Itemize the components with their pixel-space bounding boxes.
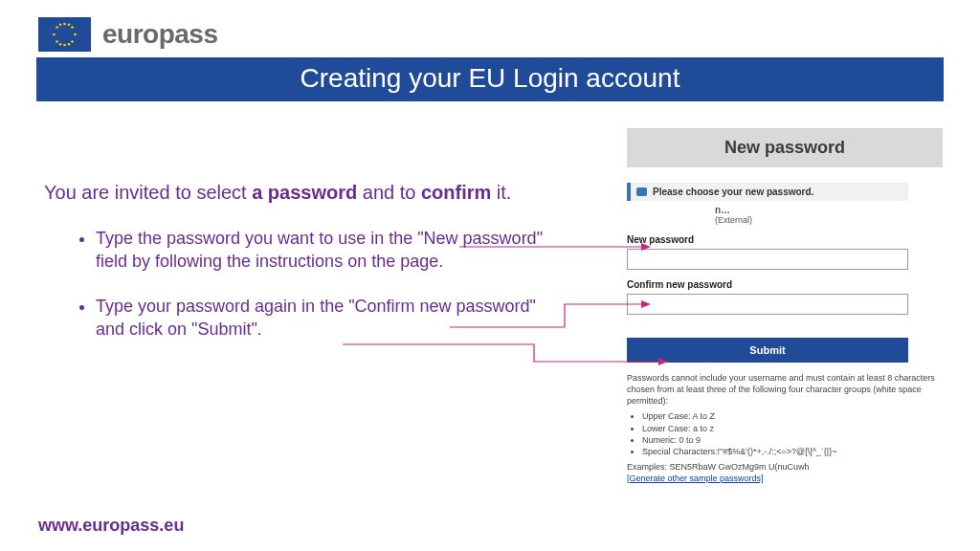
svg-point-1: [63, 44, 66, 47]
svg-point-11: [68, 43, 71, 46]
intro-post: it.: [491, 182, 511, 203]
svg-point-6: [56, 40, 58, 43]
rules-intro: Passwords cannot include your username a…: [627, 372, 937, 407]
new-password-input[interactable]: [627, 249, 908, 270]
svg-point-2: [53, 33, 56, 36]
intro-pre: You are invited to select: [44, 182, 252, 203]
intro-line: You are invited to select a password and…: [44, 182, 609, 204]
submit-button[interactable]: Submit: [627, 338, 908, 363]
banner-text: Please choose your new password.: [653, 187, 813, 197]
intro-bold2: confirm: [421, 182, 491, 203]
rules-examples: Examples: SEN5RbaW GwOzMg9m U(nuCuwh: [627, 461, 937, 473]
brand-text: europass: [102, 19, 218, 50]
instructions: You are invited to select a password and…: [44, 182, 609, 362]
user-name-short: n…: [715, 205, 943, 215]
svg-point-8: [59, 24, 62, 27]
bullet-list: Type the password you want to use in the…: [96, 227, 609, 341]
rule-item: Special Characters:!"#$%&'()*+,-./:;<=>?…: [642, 446, 937, 457]
header: europass: [0, 0, 980, 57]
eu-flag-icon: [38, 17, 91, 52]
confirm-password-field: Confirm new password: [627, 279, 908, 315]
rule-item: Lower Case: a to z: [642, 423, 937, 434]
svg-point-9: [68, 24, 71, 27]
generate-passwords-link[interactable]: [Generate other sample passwords]: [627, 474, 764, 483]
intro-mid: and to: [357, 182, 421, 203]
svg-point-3: [74, 33, 77, 36]
intro-bold1: a password: [252, 182, 357, 203]
new-password-label: New password: [627, 234, 908, 245]
page-title: Creating your EU Login account: [36, 57, 944, 101]
new-password-field: New password: [627, 234, 908, 270]
list-item: Type the password you want to use in the…: [96, 227, 609, 274]
password-rules: Passwords cannot include your username a…: [627, 372, 937, 484]
content: You are invited to select a password and…: [0, 128, 980, 473]
new-password-panel: New password Please choose your new pass…: [627, 128, 943, 484]
rule-item: Upper Case: A to Z: [642, 410, 937, 422]
confirm-password-label: Confirm new password: [627, 279, 908, 290]
svg-point-10: [59, 43, 62, 46]
svg-point-4: [56, 26, 58, 29]
info-banner: Please choose your new password.: [627, 183, 908, 201]
user-external-tag: (External): [715, 215, 752, 225]
confirm-password-input[interactable]: [627, 294, 908, 315]
speech-bubble-icon: [636, 187, 647, 196]
list-item: Type your password again in the "Confirm…: [96, 295, 609, 342]
svg-point-5: [71, 26, 74, 29]
panel-title: New password: [627, 128, 943, 167]
user-meta: n… (External): [715, 205, 943, 225]
svg-point-7: [71, 40, 74, 43]
rule-item: Numeric: 0 to 9: [642, 434, 937, 446]
footer-url: www.europass.eu: [38, 516, 184, 536]
svg-point-0: [63, 23, 66, 26]
